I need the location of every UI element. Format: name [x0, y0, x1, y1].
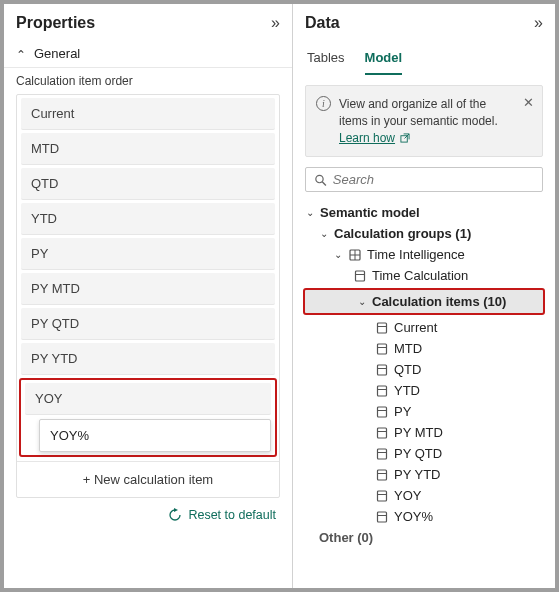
tree-root[interactable]: ⌄ Semantic model	[301, 202, 547, 223]
column-icon	[375, 426, 389, 440]
tab-model[interactable]: Model	[365, 46, 403, 75]
order-item[interactable]: PY	[21, 238, 275, 270]
banner-text: View and organize all of the items in yo…	[339, 96, 515, 146]
properties-header: Properties »	[4, 4, 292, 40]
learn-how-link[interactable]: Learn how	[339, 131, 395, 145]
tree-calculation-items-highlighted[interactable]: ⌄ Calculation items (10)	[303, 288, 545, 315]
info-banner: i View and organize all of the items in …	[305, 85, 543, 157]
close-banner-button[interactable]: ✕	[523, 96, 534, 109]
tree-time-intelligence[interactable]: ⌄ Time Intelligence	[301, 244, 547, 265]
tree-label: YOY	[394, 488, 421, 503]
active-edit-highlight: YOY YOY%	[19, 378, 277, 457]
tree-label: Calculation groups (1)	[334, 226, 471, 241]
column-icon	[375, 321, 389, 335]
tree-calc-item[interactable]: PY	[301, 401, 547, 422]
tree-calc-item[interactable]: YOY	[301, 485, 547, 506]
tab-tables[interactable]: Tables	[307, 46, 345, 75]
collapse-properties-button[interactable]: »	[271, 14, 280, 32]
tree-label: MTD	[394, 341, 422, 356]
order-heading: Calculation item order	[16, 74, 280, 88]
tree-calc-item[interactable]: PY YTD	[301, 464, 547, 485]
tree-label: Semantic model	[320, 205, 420, 220]
data-header: Data »	[293, 4, 555, 40]
chevron-down-icon: ⌄	[319, 228, 329, 239]
data-tabs: Tables Model	[293, 40, 555, 75]
tree-label: YOY%	[394, 509, 433, 524]
tree-label: QTD	[394, 362, 421, 377]
external-link-icon	[400, 133, 410, 143]
order-item[interactable]: Current	[21, 98, 275, 130]
tree-other[interactable]: Other (0)	[301, 527, 547, 548]
data-panel: Data » Tables Model i View and organize …	[293, 4, 555, 588]
chevron-down-icon: ⌄	[357, 296, 367, 307]
reset-icon	[168, 508, 182, 522]
data-title: Data	[305, 14, 340, 32]
reset-to-default-button[interactable]: Reset to default	[4, 498, 292, 532]
tree-calc-item[interactable]: Current	[301, 317, 547, 338]
new-calculation-item-button[interactable]: + New calculation item	[17, 461, 279, 497]
order-list: Current MTD QTD YTD PY PY MTD PY QTD PY …	[16, 94, 280, 498]
search-icon	[314, 173, 327, 187]
general-section-toggle[interactable]: ⌄ General	[4, 40, 292, 68]
properties-panel: Properties » ⌄ General Calculation item …	[4, 4, 293, 588]
tree-time-calculation[interactable]: Time Calculation	[301, 265, 547, 286]
column-icon	[353, 269, 367, 283]
calculation-item-order-block: Calculation item order Current MTD QTD Y…	[4, 68, 292, 498]
column-icon	[375, 384, 389, 398]
general-label: General	[34, 46, 80, 61]
column-icon	[375, 489, 389, 503]
tree-label: Other (0)	[319, 530, 373, 545]
tree-label: PY	[394, 404, 411, 419]
chevron-down-icon: ⌄	[333, 249, 343, 260]
search-box[interactable]	[305, 167, 543, 192]
tree-label: Time Calculation	[372, 268, 468, 283]
order-item-editing[interactable]: YOY%	[39, 419, 271, 452]
tree-label: PY MTD	[394, 425, 443, 440]
order-item[interactable]: MTD	[21, 133, 275, 165]
order-item[interactable]: YTD	[21, 203, 275, 235]
order-item[interactable]: PY YTD	[21, 343, 275, 375]
tree-calculation-groups[interactable]: ⌄ Calculation groups (1)	[301, 223, 547, 244]
tree-label: PY YTD	[394, 467, 440, 482]
tree-label: YTD	[394, 383, 420, 398]
order-item[interactable]: QTD	[21, 168, 275, 200]
tree-label: Current	[394, 320, 437, 335]
column-icon	[375, 363, 389, 377]
column-icon	[375, 342, 389, 356]
tree-calc-item[interactable]: YOY%	[301, 506, 547, 527]
order-item[interactable]: PY QTD	[21, 308, 275, 340]
column-icon	[375, 405, 389, 419]
chevron-up-icon: ⌄	[16, 47, 26, 61]
tree-calc-item[interactable]: PY QTD	[301, 443, 547, 464]
reset-label: Reset to default	[188, 508, 276, 522]
tree-label: Calculation items (10)	[372, 294, 506, 309]
order-item[interactable]: YOY	[25, 383, 271, 415]
model-tree: ⌄ Semantic model ⌄ Calculation groups (1…	[293, 202, 555, 556]
banner-message: View and organize all of the items in yo…	[339, 97, 498, 128]
column-icon	[375, 447, 389, 461]
info-icon: i	[316, 96, 331, 111]
properties-title: Properties	[16, 14, 95, 32]
tree-calc-item[interactable]: QTD	[301, 359, 547, 380]
tree-calc-item[interactable]: PY MTD	[301, 422, 547, 443]
tree-label: Time Intelligence	[367, 247, 465, 262]
column-icon	[375, 468, 389, 482]
calc-group-icon	[348, 248, 362, 262]
chevron-down-icon: ⌄	[305, 207, 315, 218]
search-input[interactable]	[333, 172, 534, 187]
tree-label: PY QTD	[394, 446, 442, 461]
column-icon	[375, 510, 389, 524]
order-item[interactable]: PY MTD	[21, 273, 275, 305]
tree-calc-item[interactable]: YTD	[301, 380, 547, 401]
collapse-data-button[interactable]: »	[534, 14, 543, 32]
tree-calc-item[interactable]: MTD	[301, 338, 547, 359]
